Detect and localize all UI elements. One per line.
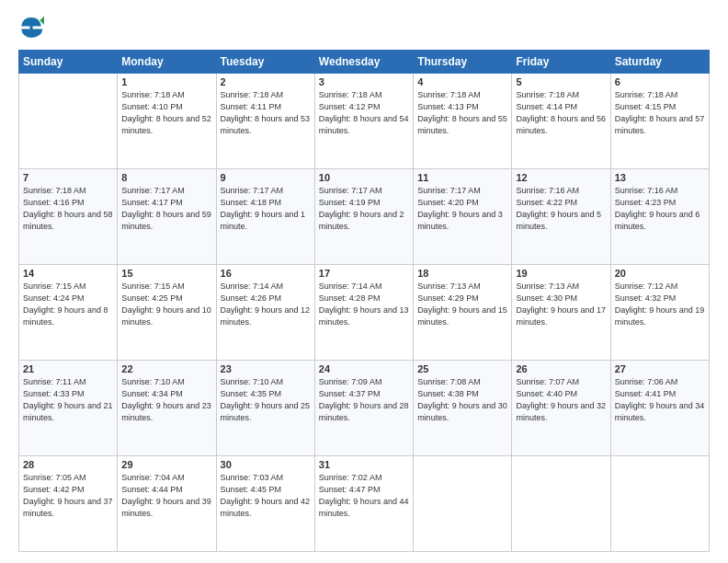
day-number: 12 [516,172,606,183]
day-number: 13 [615,172,705,183]
day-info: Sunrise: 7:06 AMSunset: 4:41 PMDaylight:… [615,376,705,424]
day-info: Sunrise: 7:12 AMSunset: 4:32 PMDaylight:… [615,281,705,328]
day-info: Sunrise: 7:10 AMSunset: 4:35 PMDaylight:… [221,376,311,424]
day-number: 29 [121,459,211,470]
day-cell: 16Sunrise: 7:14 AMSunset: 4:26 PMDayligh… [216,265,314,361]
day-cell: 15Sunrise: 7:15 AMSunset: 4:25 PMDayligh… [118,265,216,361]
day-cell: 11Sunrise: 7:17 AMSunset: 4:20 PMDayligh… [414,169,512,265]
day-cell: 12Sunrise: 7:16 AMSunset: 4:22 PMDayligh… [512,169,610,265]
day-cell: 26Sunrise: 7:07 AMSunset: 4:40 PMDayligh… [512,361,610,456]
weekday-header-sunday: Sunday [19,51,118,74]
day-info: Sunrise: 7:17 AMSunset: 4:20 PMDaylight:… [417,185,507,233]
day-cell: 28Sunrise: 7:05 AMSunset: 4:42 PMDayligh… [19,456,118,552]
day-cell: 3Sunrise: 7:18 AMSunset: 4:12 PMDaylight… [314,74,413,169]
day-info: Sunrise: 7:14 AMSunset: 4:28 PMDaylight:… [319,281,409,328]
day-cell: 31Sunrise: 7:02 AMSunset: 4:47 PMDayligh… [314,456,413,552]
day-cell: 18Sunrise: 7:13 AMSunset: 4:29 PMDayligh… [414,265,512,361]
page: SundayMondayTuesdayWednesdayThursdayFrid… [0,0,728,563]
day-number: 30 [221,459,311,470]
week-row-3: 14Sunrise: 7:15 AMSunset: 4:24 PMDayligh… [19,265,710,361]
day-number: 31 [319,459,409,470]
day-info: Sunrise: 7:16 AMSunset: 4:22 PMDaylight:… [516,185,606,233]
day-info: Sunrise: 7:18 AMSunset: 4:15 PMDaylight:… [615,89,705,137]
day-number: 4 [417,76,507,87]
day-cell: 21Sunrise: 7:11 AMSunset: 4:33 PMDayligh… [19,361,118,456]
day-info: Sunrise: 7:10 AMSunset: 4:34 PMDaylight:… [121,376,211,424]
day-number: 10 [319,172,409,183]
weekday-header-tuesday: Tuesday [216,51,314,74]
day-info: Sunrise: 7:18 AMSunset: 4:16 PMDaylight:… [23,185,113,233]
day-info: Sunrise: 7:09 AMSunset: 4:37 PMDaylight:… [319,376,409,424]
day-cell [512,456,610,552]
logo [18,15,48,40]
day-number: 14 [23,268,113,279]
day-number: 27 [615,363,705,374]
day-cell: 17Sunrise: 7:14 AMSunset: 4:28 PMDayligh… [314,265,413,361]
day-number: 5 [516,76,606,87]
day-info: Sunrise: 7:18 AMSunset: 4:11 PMDaylight:… [221,89,311,137]
day-info: Sunrise: 7:16 AMSunset: 4:23 PMDaylight:… [615,185,705,233]
day-number: 19 [516,268,606,279]
weekday-header-friday: Friday [512,51,610,74]
calendar-table: SundayMondayTuesdayWednesdayThursdayFrid… [18,50,710,552]
day-number: 28 [23,459,113,470]
day-cell: 30Sunrise: 7:03 AMSunset: 4:45 PMDayligh… [216,456,314,552]
day-number: 2 [221,76,311,87]
day-info: Sunrise: 7:17 AMSunset: 4:19 PMDaylight:… [319,185,409,233]
week-row-4: 21Sunrise: 7:11 AMSunset: 4:33 PMDayligh… [19,361,710,456]
day-cell: 29Sunrise: 7:04 AMSunset: 4:44 PMDayligh… [118,456,216,552]
day-number: 9 [221,172,311,183]
day-number: 7 [23,172,113,183]
day-number: 24 [319,363,409,374]
week-row-2: 7Sunrise: 7:18 AMSunset: 4:16 PMDaylight… [19,169,710,265]
day-info: Sunrise: 7:07 AMSunset: 4:40 PMDaylight:… [516,376,606,424]
day-cell: 25Sunrise: 7:08 AMSunset: 4:38 PMDayligh… [414,361,512,456]
day-info: Sunrise: 7:18 AMSunset: 4:12 PMDaylight:… [319,89,409,137]
day-info: Sunrise: 7:18 AMSunset: 4:10 PMDaylight:… [121,89,211,137]
day-info: Sunrise: 7:04 AMSunset: 4:44 PMDaylight:… [121,472,211,520]
day-cell [19,74,118,169]
day-cell [610,456,709,552]
day-cell [414,456,512,552]
weekday-header-saturday: Saturday [610,51,709,74]
day-cell: 23Sunrise: 7:10 AMSunset: 4:35 PMDayligh… [216,361,314,456]
day-info: Sunrise: 7:17 AMSunset: 4:17 PMDaylight:… [121,185,211,233]
week-row-5: 28Sunrise: 7:05 AMSunset: 4:42 PMDayligh… [19,456,710,552]
day-info: Sunrise: 7:14 AMSunset: 4:26 PMDaylight:… [221,281,311,328]
day-cell: 4Sunrise: 7:18 AMSunset: 4:13 PMDaylight… [414,74,512,169]
header [18,15,710,40]
day-cell: 8Sunrise: 7:17 AMSunset: 4:17 PMDaylight… [118,169,216,265]
day-cell: 27Sunrise: 7:06 AMSunset: 4:41 PMDayligh… [610,361,709,456]
weekday-header-thursday: Thursday [414,51,512,74]
day-cell: 19Sunrise: 7:13 AMSunset: 4:30 PMDayligh… [512,265,610,361]
day-cell: 24Sunrise: 7:09 AMSunset: 4:37 PMDayligh… [314,361,413,456]
day-info: Sunrise: 7:18 AMSunset: 4:13 PMDaylight:… [417,89,507,137]
day-info: Sunrise: 7:18 AMSunset: 4:14 PMDaylight:… [516,89,606,137]
weekday-header-row: SundayMondayTuesdayWednesdayThursdayFrid… [19,51,710,74]
day-info: Sunrise: 7:02 AMSunset: 4:47 PMDaylight:… [319,472,409,520]
day-number: 26 [516,363,606,374]
day-cell: 9Sunrise: 7:17 AMSunset: 4:18 PMDaylight… [216,169,314,265]
day-number: 18 [417,268,507,279]
day-number: 11 [417,172,507,183]
day-number: 20 [615,268,705,279]
day-cell: 14Sunrise: 7:15 AMSunset: 4:24 PMDayligh… [19,265,118,361]
day-number: 8 [121,172,211,183]
day-number: 22 [121,363,211,374]
day-cell: 1Sunrise: 7:18 AMSunset: 4:10 PMDaylight… [118,74,216,169]
day-info: Sunrise: 7:13 AMSunset: 4:29 PMDaylight:… [417,281,507,328]
day-number: 15 [121,268,211,279]
day-cell: 5Sunrise: 7:18 AMSunset: 4:14 PMDaylight… [512,74,610,169]
day-number: 6 [615,76,705,87]
day-info: Sunrise: 7:03 AMSunset: 4:45 PMDaylight:… [221,472,311,520]
day-info: Sunrise: 7:11 AMSunset: 4:33 PMDaylight:… [23,376,113,424]
day-number: 17 [319,268,409,279]
day-info: Sunrise: 7:13 AMSunset: 4:30 PMDaylight:… [516,281,606,328]
weekday-header-monday: Monday [118,51,216,74]
day-info: Sunrise: 7:17 AMSunset: 4:18 PMDaylight:… [221,185,311,233]
day-cell: 7Sunrise: 7:18 AMSunset: 4:16 PMDaylight… [19,169,118,265]
day-number: 21 [23,363,113,374]
day-info: Sunrise: 7:15 AMSunset: 4:24 PMDaylight:… [23,281,113,328]
day-info: Sunrise: 7:05 AMSunset: 4:42 PMDaylight:… [23,472,113,520]
day-cell: 10Sunrise: 7:17 AMSunset: 4:19 PMDayligh… [314,169,413,265]
